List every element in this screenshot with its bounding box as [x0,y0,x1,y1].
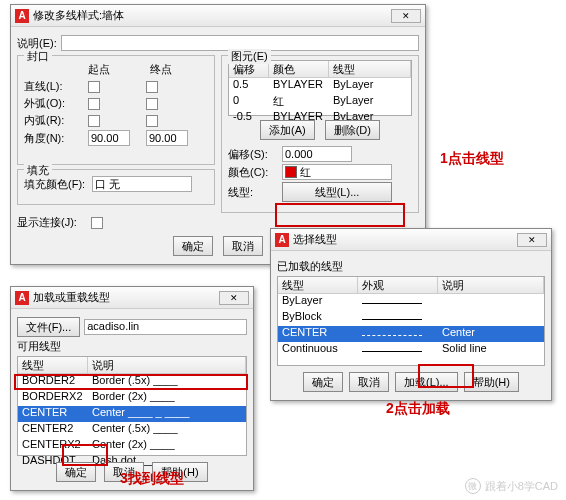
table-row: ByLayer [278,294,544,310]
app-icon: A [275,233,289,247]
loaded-table[interactable]: 线型外观说明 ByLayer ByBlock CENTERCenter Cont… [277,276,545,366]
close-icon[interactable]: ✕ [517,233,547,247]
ok-button[interactable]: 确定 [173,236,213,256]
table-row: BORDER2Border (.5x) ____ [18,374,246,390]
elem-table[interactable]: 偏移颜色线型 0.5BYLAYERByLayer 0红ByLayer -0.5B… [228,60,412,116]
show-joint-check[interactable] [91,217,103,229]
load-button[interactable]: 加载(L)... [395,372,458,392]
ok-button[interactable]: 确定 [303,372,343,392]
inner-start-check[interactable] [88,115,100,127]
close-icon[interactable]: ✕ [219,291,249,305]
table-row: CENTER2Center (.5x) ____ [18,422,246,438]
inner-end-check[interactable] [146,115,158,127]
line-end-check[interactable] [146,81,158,93]
dialog-title: 加载或重载线型 [33,290,219,305]
help-button[interactable]: 帮助(H) [464,372,519,392]
delete-button[interactable]: 删除(D) [325,120,380,140]
offset-input[interactable] [282,146,352,162]
watermark: 微 跟着小8学CAD [465,478,558,494]
ok-button[interactable]: 确定 [56,462,96,482]
load-linetype-dialog: A 加载或重载线型 ✕ 文件(F)... acadiso.lin 可用线型 线型… [10,286,254,491]
anno-text-1: 1点击线型 [440,150,504,168]
app-icon: A [15,9,29,23]
table-row: CENTERCenter ____ _ ____ [18,406,246,422]
linetype-button[interactable]: 线型(L)... [282,182,392,202]
wechat-icon: 微 [465,478,481,494]
file-input[interactable]: acadiso.lin [84,319,247,335]
angle-end-input[interactable] [146,130,188,146]
dialog-title: 修改多线样式:墙体 [33,8,391,23]
table-row: ByBlock [278,310,544,326]
table-row: BORDERX2Border (2x) ____ [18,390,246,406]
titlebar: A 修改多线样式:墙体 ✕ [11,5,425,27]
fill-color-select[interactable]: 口 无 [92,176,192,192]
cancel-button[interactable]: 取消 [223,236,263,256]
color-select[interactable]: 红 [282,164,392,180]
add-button[interactable]: 添加(A) [260,120,315,140]
table-row: CENTERX2Center (2x) ____ [18,438,246,454]
titlebar: A 加载或重载线型 ✕ [11,287,253,309]
anno-text-3: 3找到线型 [120,470,184,488]
close-icon[interactable]: ✕ [391,9,421,23]
angle-start-input[interactable] [88,130,130,146]
elem-group: 图元(E) 偏移颜色线型 0.5BYLAYERByLayer 0红ByLayer… [221,55,419,213]
table-row: ContinuousSolid line [278,342,544,358]
anno-text-2: 2点击加载 [386,400,450,418]
cancel-button[interactable]: 取消 [349,372,389,392]
fill-group: 填充 填充颜色(F): 口 无 [17,169,215,205]
outer-start-check[interactable] [88,98,100,110]
line-start-check[interactable] [88,81,100,93]
select-linetype-dialog: A 选择线型 ✕ 已加载的线型 线型外观说明 ByLayer ByBlock C… [270,228,552,401]
table-row: CENTERCenter [278,326,544,342]
cap-group: 封口 起点 终点 直线(L): 外弧(O): 内弧(R): 角度(N): [17,55,215,165]
titlebar: A 选择线型 ✕ [271,229,551,251]
outer-end-check[interactable] [146,98,158,110]
avail-table[interactable]: 线型说明 BORDER2Border (.5x) ____ BORDERX2Bo… [17,356,247,456]
dialog-title: 选择线型 [293,232,517,247]
app-icon: A [15,291,29,305]
modify-mline-dialog: A 修改多线样式:墙体 ✕ 说明(E): 封口 起点 终点 直线(L): 外弧(… [10,4,426,265]
file-button[interactable]: 文件(F)... [17,317,80,337]
